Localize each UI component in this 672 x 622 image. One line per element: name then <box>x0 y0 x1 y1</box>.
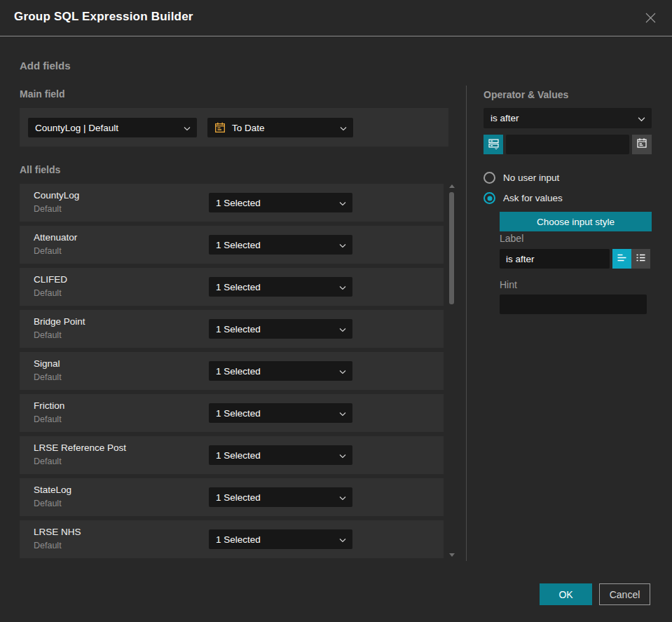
calendar-icon <box>636 137 647 151</box>
radio-label: No user input <box>503 173 559 183</box>
field-name: CLIFED <box>34 274 67 285</box>
radio-ask-for-values[interactable]: Ask for values <box>484 192 563 204</box>
chevron-down-icon <box>339 492 346 503</box>
unique-values-button[interactable] <box>484 135 503 154</box>
field-row: CountyLog Default 1 Selected <box>20 184 444 222</box>
close-icon[interactable] <box>643 10 658 25</box>
field-subtitle: Default <box>34 330 62 340</box>
all-fields-heading: All fields <box>20 164 60 175</box>
field-selected-value: 1 Selected <box>216 366 261 377</box>
chevron-down-icon <box>184 123 191 133</box>
label-input[interactable] <box>500 249 610 269</box>
field-subtitle: Default <box>34 541 62 550</box>
choose-input-style-button[interactable]: Choose input style <box>500 212 652 231</box>
group-sql-expression-builder-dialog: Group SQL Expression Builder Add fields … <box>0 0 672 622</box>
chevron-down-icon <box>339 240 346 250</box>
field-name: StateLog <box>34 485 71 495</box>
radio-circle-selected-icon <box>484 192 495 204</box>
field-row: LRSE Reference Post Default 1 Selected <box>20 436 444 474</box>
main-field-select[interactable]: CountyLog | Default <box>28 118 197 137</box>
date-picker-button[interactable] <box>632 135 652 154</box>
scrollbar-down-arrow-icon[interactable] <box>449 553 455 557</box>
list-value-style-button[interactable] <box>631 249 650 269</box>
field-name: CountyLog <box>34 190 79 201</box>
operator-values-heading: Operator & Values <box>484 89 568 100</box>
field-name: LRSE Reference Post <box>34 442 126 453</box>
radio-circle-icon <box>484 172 495 184</box>
field-subtitle: Default <box>34 499 62 508</box>
field-selected-value: 1 Selected <box>216 450 261 461</box>
field-row: Signal Default 1 Selected <box>20 352 444 390</box>
chevron-down-icon <box>339 198 346 208</box>
field-name: Bridge Point <box>34 316 85 327</box>
field-selected-value: 1 Selected <box>216 240 261 250</box>
field-selected-dropdown[interactable]: 1 Selected <box>209 235 352 255</box>
value-input[interactable] <box>506 135 629 154</box>
field-selected-dropdown[interactable]: 1 Selected <box>209 487 352 507</box>
calendar-icon <box>214 122 226 133</box>
field-selected-value: 1 Selected <box>216 492 261 503</box>
operator-select[interactable]: is after <box>484 108 652 128</box>
field-selected-dropdown[interactable]: 1 Selected <box>209 277 352 297</box>
main-field-panel: CountyLog | Default To Date <box>20 108 448 147</box>
field-subtitle: Default <box>34 246 62 256</box>
label-title: Label <box>500 233 523 244</box>
dialog-title: Group SQL Expression Builder <box>14 10 193 24</box>
single-value-style-button[interactable] <box>612 249 631 269</box>
operator-select-value: is after <box>491 113 519 123</box>
field-selected-value: 1 Selected <box>216 534 261 545</box>
scrollbar-thumb[interactable] <box>449 192 454 304</box>
panel-divider <box>466 86 467 561</box>
field-row: CLIFED Default 1 Selected <box>20 268 444 306</box>
chevron-down-icon <box>339 366 346 377</box>
list-scrollbar[interactable] <box>448 182 455 561</box>
chevron-down-icon <box>340 123 347 133</box>
ok-button[interactable]: OK <box>540 583 592 605</box>
field-selected-dropdown[interactable]: 1 Selected <box>209 445 352 465</box>
chevron-down-icon <box>339 324 346 334</box>
field-selected-dropdown[interactable]: 1 Selected <box>209 319 352 339</box>
field-row: LRSE NHS Default 1 Selected <box>20 520 444 558</box>
chevron-down-icon <box>339 282 346 292</box>
field-selected-dropdown[interactable]: 1 Selected <box>209 529 352 549</box>
field-row: Bridge Point Default 1 Selected <box>20 310 444 348</box>
align-left-icon <box>617 252 627 265</box>
add-fields-heading: Add fields <box>20 60 71 72</box>
chevron-down-icon <box>339 450 346 461</box>
field-selected-value: 1 Selected <box>216 408 261 419</box>
field-name: LRSE NHS <box>34 527 81 537</box>
dialog-header: Group SQL Expression Builder <box>0 0 672 36</box>
hint-input[interactable] <box>500 295 647 314</box>
field-subtitle: Default <box>34 204 62 214</box>
field-selected-dropdown[interactable]: 1 Selected <box>209 403 352 423</box>
field-row: Friction Default 1 Selected <box>20 394 444 432</box>
chevron-down-icon <box>638 113 645 123</box>
field-subtitle: Default <box>34 372 62 382</box>
bulleted-list-icon <box>636 252 646 265</box>
main-field-date-select[interactable]: To Date <box>207 118 353 137</box>
main-field-heading: Main field <box>20 88 65 100</box>
field-name: Signal <box>34 358 60 369</box>
field-subtitle: Default <box>34 414 62 424</box>
field-name: Attenuator <box>34 232 77 243</box>
stacked-list-icon <box>488 137 500 152</box>
scrollbar-up-arrow-icon[interactable] <box>449 184 455 188</box>
radio-label: Ask for values <box>503 193 563 203</box>
radio-no-user-input[interactable]: No user input <box>484 172 559 184</box>
main-field-select-value: CountyLog | Default <box>35 123 118 133</box>
field-row: StateLog Default 1 Selected <box>20 478 444 516</box>
field-selected-value: 1 Selected <box>216 198 261 208</box>
field-row: Attenuator Default 1 Selected <box>20 226 444 264</box>
field-selected-value: 1 Selected <box>216 324 261 334</box>
chevron-down-icon <box>339 534 346 545</box>
chevron-down-icon <box>339 408 346 419</box>
main-field-date-value: To Date <box>232 123 265 133</box>
field-selected-dropdown[interactable]: 1 Selected <box>209 361 352 381</box>
cancel-button[interactable]: Cancel <box>599 583 650 605</box>
field-subtitle: Default <box>34 457 62 466</box>
field-selected-dropdown[interactable]: 1 Selected <box>209 193 352 212</box>
hint-title: Hint <box>500 279 517 290</box>
field-subtitle: Default <box>34 288 62 298</box>
field-name: Friction <box>34 400 64 411</box>
field-selected-value: 1 Selected <box>216 282 261 292</box>
